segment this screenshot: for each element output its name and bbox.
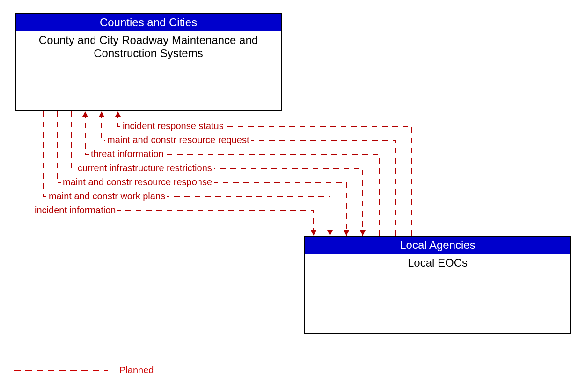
svg-marker-3 [360, 230, 366, 236]
entity-header-local-agencies: Local Agencies [305, 237, 570, 254]
entity-local-agencies: Local Agencies Local EOCs [304, 236, 571, 334]
svg-marker-0 [311, 230, 316, 236]
flow-maint-constr-resource-request: maint and constr resource request [105, 135, 251, 145]
svg-marker-5 [99, 111, 104, 117]
flow-incident-information: incident information [33, 205, 117, 216]
flow-threat-information: threat information [89, 149, 166, 160]
svg-marker-6 [115, 111, 121, 117]
svg-marker-2 [344, 230, 349, 236]
entity-counties-cities: Counties and Cities County and City Road… [15, 13, 282, 111]
flow-maint-constr-resource-response: maint and constr resource response [61, 177, 214, 188]
svg-marker-1 [327, 230, 333, 236]
flow-current-infrastructure-restrictions: current infrastructure restrictions [76, 163, 214, 174]
legend-planned: Planned [119, 365, 154, 376]
flow-incident-response-status: incident response status [121, 121, 226, 131]
entity-body-local-eocs: Local EOCs [305, 254, 570, 272]
svg-marker-4 [82, 111, 88, 117]
entity-header-counties: Counties and Cities [16, 14, 281, 31]
flow-maint-constr-work-plans: maint and constr work plans [47, 191, 167, 202]
entity-body-counties: County and City Roadway Maintenance and … [16, 31, 281, 62]
